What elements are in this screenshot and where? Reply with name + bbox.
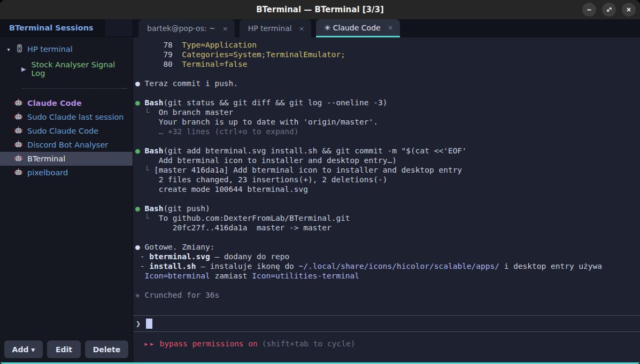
terminal-line — [135, 69, 640, 79]
cycle-hint-label: (shift+tab to cycle) — [262, 339, 356, 348]
tab-label: ✳ Claude Code — [325, 24, 381, 32]
tab-claude-code[interactable]: ✳ Claude Code × — [316, 19, 400, 37]
terminal-line: └ To github.com:DexterFromLab/BTerminal.… — [135, 213, 640, 223]
bterminal-window: BTerminal — BTerminal [3/3] BTerminal Se… — [0, 0, 640, 364]
robot-icon — [14, 154, 22, 164]
robot-icon — [14, 140, 22, 150]
terminal-line: create mode 100644 bterminal.svg — [135, 184, 640, 194]
sessions-header: BTerminal Sessions — [0, 19, 133, 37]
window-content: BTerminal Sessions ▾ HP terminal ▶ Stock… — [0, 19, 640, 362]
tree-item-label: Stock Analyser Signal Log — [31, 60, 128, 78]
terminal-line: 78 Type=Application — [135, 40, 640, 50]
status-bar: ▸▸ bypass permissions on (shift+tab to c… — [133, 337, 640, 350]
sidebar-buttons: Add ▾ Edit Delete — [0, 336, 133, 362]
window-controls — [582, 3, 636, 17]
terminal-line: ✳ Crunched for 36s — [135, 290, 640, 300]
sidebar-divider: … — [22, 88, 125, 89]
close-tab-icon[interactable]: × — [299, 25, 305, 33]
window-title: BTerminal — BTerminal [3/3] — [256, 5, 384, 14]
robot-icon — [14, 98, 22, 108]
minimize-button[interactable] — [582, 3, 596, 17]
session-item-sudo-claude-code[interactable]: Sudo Claude Code — [0, 124, 133, 138]
terminal-line — [135, 88, 640, 98]
terminal-line — [135, 194, 640, 204]
delete-button[interactable]: Delete — [85, 340, 128, 358]
permissions-mode-label: bypass permissions on — [159, 339, 257, 348]
terminal-line: └ On branch master — [135, 107, 640, 117]
terminal-view[interactable]: 78 Type=Application 79 Categories=System… — [133, 37, 640, 362]
tree-item-label: HP terminal — [27, 45, 73, 53]
tab-hp-terminal[interactable]: HP terminal × — [240, 19, 311, 37]
terminal-line: Icon=bterminal zamiast Icon=utilities-te… — [135, 271, 640, 281]
close-icon — [626, 6, 632, 13]
terminal-line: ● Bash(git add bterminal.svg install.sh … — [135, 146, 640, 156]
terminal-line: … +32 lines (ctrl+o to expand) — [135, 127, 640, 136]
session-item-label: Discord Bot Analyser — [27, 141, 108, 149]
play-icon: ▶ — [21, 66, 26, 73]
maximize-button[interactable] — [602, 3, 616, 17]
chevron-down-icon[interactable]: ▾ — [5, 47, 12, 52]
tree-item-stock-analyser-signal-log[interactable]: ▶ Stock Analyser Signal Log — [0, 57, 133, 81]
session-item-label: pixelboard — [27, 168, 68, 177]
terminal-line: - bterminal.svg — dodany do repo — [135, 252, 640, 261]
terminal-line — [135, 281, 640, 290]
close-tab-icon[interactable]: × — [388, 24, 394, 32]
terminal-line: Add bterminal icon to installer and desk… — [135, 156, 640, 165]
double-arrow-icon: ▸▸ — [144, 339, 155, 348]
session-item-claude-code[interactable]: Claude Code — [0, 96, 133, 110]
session-item-sudo-claude-last-session[interactable]: Sudo Claude last session — [0, 110, 133, 124]
terminal-output: 78 Type=Application 79 Categories=System… — [135, 40, 640, 300]
robot-icon — [14, 126, 22, 136]
terminal-line: ● Bash(git push) — [135, 204, 640, 213]
sessions-header-label: BTerminal Sessions — [0, 19, 105, 36]
tab-bartek-pop-os[interactable]: bartek@pop-os: ~ × — [138, 19, 235, 37]
tab-bar: bartek@pop-os: ~ × HP terminal × ✳ Claud… — [133, 19, 640, 37]
text-cursor-block — [146, 319, 152, 329]
terminal-line: - install.sh — instaluje ikonę do ~/.loc… — [135, 261, 640, 271]
terminal-line: ● Bash(git status && git diff && git log… — [135, 98, 640, 107]
session-item-label: Sudo Claude Code — [27, 127, 98, 135]
tree-item-hp-terminal[interactable]: ▾ HP terminal — [0, 42, 133, 57]
terminal-line: 2 files changed, 23 insertions(+), 2 del… — [135, 175, 640, 184]
terminal-line — [135, 233, 640, 242]
sessions-sidebar: BTerminal Sessions ▾ HP terminal ▶ Stock… — [0, 19, 133, 362]
session-list: Claude Code Sudo Claude last session Sud… — [0, 96, 133, 336]
terminal-line: └ [master 416da1a] Add bterminal icon to… — [135, 165, 640, 175]
sessions-tree: ▾ HP terminal ▶ Stock Analyser Signal Lo… — [0, 37, 133, 81]
close-button[interactable] — [622, 3, 636, 17]
session-item-label: Sudo Claude last session — [27, 113, 124, 121]
terminal-line: ● Teraz commit i push. — [135, 79, 640, 88]
robot-icon — [14, 168, 22, 177]
session-item-bterminal[interactable]: BTerminal — [0, 152, 133, 166]
maximize-icon — [606, 6, 612, 13]
prompt-input[interactable]: ❯ — [133, 315, 640, 332]
terminal-line: 79 Categories=System;TerminalEmulator; — [135, 50, 640, 59]
terminal-line: ● Gotowe. Zmiany: — [135, 242, 640, 252]
session-item-discord-bot-analyser[interactable]: Discord Bot Analyser — [0, 138, 133, 152]
edit-button[interactable]: Edit — [47, 340, 81, 358]
titlebar[interactable]: BTerminal — BTerminal [3/3] — [0, 0, 640, 19]
session-item-label: Claude Code — [27, 99, 82, 107]
add-button[interactable]: Add ▾ — [4, 340, 43, 358]
session-item-label: BTerminal — [27, 154, 65, 163]
session-item-pixelboard[interactable]: pixelboard — [0, 166, 133, 180]
robot-icon — [14, 112, 22, 122]
close-tab-icon[interactable]: × — [222, 25, 228, 33]
main-panel: bartek@pop-os: ~ × HP terminal × ✳ Claud… — [133, 19, 640, 362]
computer-icon — [16, 44, 23, 54]
tab-label: HP terminal — [248, 24, 292, 33]
terminal-line: Your branch is up to date with 'origin/m… — [135, 117, 640, 127]
tab-label: bartek@pop-os: ~ — [147, 24, 215, 33]
divider-dots: … — [122, 83, 129, 90]
terminal-line: 20fc27f..416da1a master -> master — [135, 223, 640, 233]
terminal-line — [135, 136, 640, 146]
prompt-icon: ❯ — [136, 319, 141, 329]
minimize-icon — [586, 6, 592, 13]
terminal-line: 80 Terminal=false — [135, 59, 640, 69]
